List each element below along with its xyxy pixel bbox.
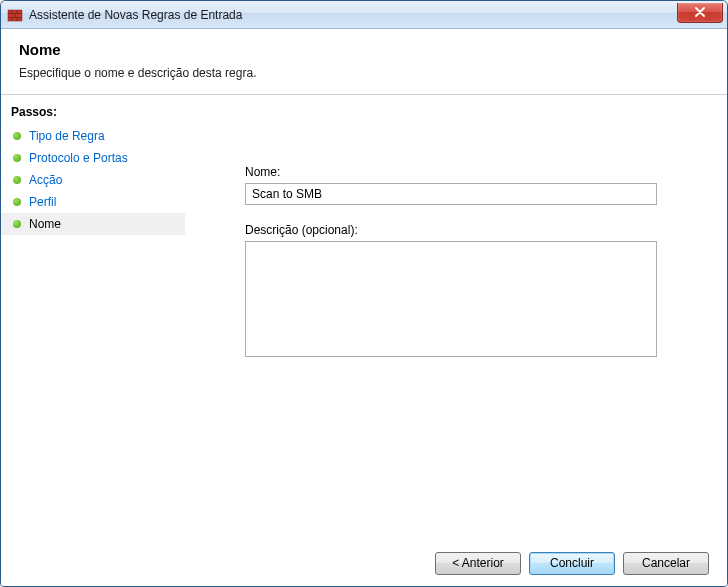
step-item-tipo-de-regra[interactable]: Tipo de Regra: [1, 125, 185, 147]
step-item-perfil[interactable]: Perfil: [1, 191, 185, 213]
steps-sidebar: Passos: Tipo de Regra Protocolo e Portas…: [1, 95, 185, 540]
titlebar: Assistente de Novas Regras de Entrada: [1, 1, 727, 29]
close-button[interactable]: [677, 3, 723, 23]
step-item-nome[interactable]: Nome: [1, 213, 185, 235]
description-textarea[interactable]: [245, 241, 657, 357]
back-button[interactable]: < Anterior: [435, 552, 521, 575]
wizard-window: Assistente de Novas Regras de Entrada No…: [0, 0, 728, 587]
step-bullet-icon: [13, 176, 21, 184]
close-icon: [694, 7, 706, 17]
page-description: Especifique o nome e descrição desta reg…: [19, 66, 709, 80]
step-label: Nome: [29, 217, 61, 231]
step-label: Protocolo e Portas: [29, 151, 128, 165]
steps-heading: Passos:: [1, 101, 185, 125]
wizard-footer: < Anterior Concluir Cancelar: [1, 540, 727, 586]
wizard-body: Passos: Tipo de Regra Protocolo e Portas…: [1, 95, 727, 540]
step-bullet-icon: [13, 132, 21, 140]
step-item-accao[interactable]: Acção: [1, 169, 185, 191]
cancel-button[interactable]: Cancelar: [623, 552, 709, 575]
description-label: Descrição (opcional):: [245, 223, 699, 237]
step-label: Tipo de Regra: [29, 129, 105, 143]
window-title: Assistente de Novas Regras de Entrada: [29, 8, 677, 22]
main-panel: Nome: Descrição (opcional):: [185, 95, 727, 540]
wizard-header: Nome Especifique o nome e descrição dest…: [1, 29, 727, 95]
firewall-icon: [7, 7, 23, 23]
name-label: Nome:: [245, 165, 699, 179]
step-item-protocolo-e-portas[interactable]: Protocolo e Portas: [1, 147, 185, 169]
step-bullet-icon: [13, 198, 21, 206]
step-bullet-icon: [13, 154, 21, 162]
page-title: Nome: [19, 41, 709, 58]
step-bullet-icon: [13, 220, 21, 228]
finish-button[interactable]: Concluir: [529, 552, 615, 575]
step-label: Acção: [29, 173, 62, 187]
name-input[interactable]: [245, 183, 657, 205]
step-label: Perfil: [29, 195, 56, 209]
